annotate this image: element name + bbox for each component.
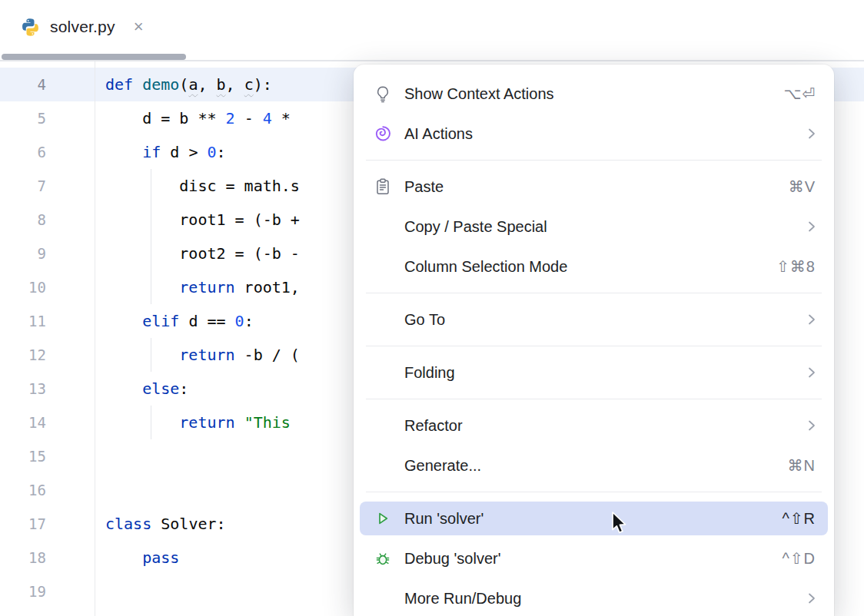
menu-item-run-solver[interactable]: Run 'solver'^⇧R bbox=[360, 502, 828, 535]
code-token: * bbox=[272, 109, 291, 128]
code-token: d = b ** bbox=[105, 109, 226, 128]
menu-item-shortcut: ^⇧R bbox=[782, 509, 816, 528]
menu-item-label: Paste bbox=[404, 178, 444, 196]
line-number: 11 bbox=[0, 304, 46, 338]
code-token: class bbox=[105, 515, 151, 533]
menu-item-label: Run 'solver' bbox=[404, 510, 484, 528]
code-token: return bbox=[179, 346, 234, 364]
menu-separator bbox=[366, 492, 822, 492]
line-number: 16 bbox=[0, 473, 46, 507]
code-token: c bbox=[244, 75, 254, 94]
code-line: if d > 0: bbox=[105, 135, 226, 169]
tab-strip-scrollbar-thumb[interactable] bbox=[2, 54, 186, 60]
menu-item-icon-empty bbox=[374, 310, 392, 329]
line-number: 4 bbox=[0, 68, 46, 101]
line-number: 8 bbox=[0, 203, 46, 237]
code-token: def bbox=[105, 75, 142, 94]
code-line: root1 = (-b + bbox=[105, 203, 300, 237]
gutter-separator bbox=[95, 61, 95, 616]
code-token: disc = math.s bbox=[105, 177, 300, 195]
code-token: : bbox=[244, 312, 254, 330]
chevron-right-icon bbox=[808, 313, 816, 326]
menu-item-shortcut: ⌘V bbox=[789, 177, 816, 196]
menu-item-shortcut: ⇧⌘8 bbox=[776, 257, 816, 276]
ai-actions-icon bbox=[374, 124, 392, 143]
code-token bbox=[105, 413, 179, 432]
code-token: 0 bbox=[235, 312, 244, 330]
code-line: pass bbox=[105, 541, 179, 575]
menu-separator bbox=[366, 160, 822, 161]
menu-item-icon-empty bbox=[374, 456, 392, 475]
code-token: ): bbox=[254, 75, 272, 94]
code-token: 4 bbox=[263, 109, 272, 128]
code-token: else bbox=[142, 379, 179, 398]
chevron-right-icon bbox=[808, 128, 816, 140]
line-number: 10 bbox=[0, 270, 46, 304]
menu-item-label: Show Context Actions bbox=[404, 85, 554, 103]
menu-item-icon-empty bbox=[374, 217, 392, 236]
menu-item-label: Generate... bbox=[404, 457, 481, 475]
menu-item-folding[interactable]: Folding bbox=[360, 356, 828, 389]
code-token: if bbox=[142, 143, 161, 161]
code-token: root1, bbox=[235, 278, 300, 296]
mouse-cursor-icon bbox=[611, 512, 631, 536]
code-token bbox=[105, 143, 142, 161]
code-token bbox=[105, 548, 142, 567]
code-line: d = b ** 2 - 4 * bbox=[105, 101, 291, 135]
menu-item-shortcut: ⌘N bbox=[788, 456, 816, 475]
menu-item-shortcut: ⌥⏎ bbox=[783, 84, 816, 103]
code-line: root2 = (-b - bbox=[105, 237, 300, 270]
menu-item-refactor[interactable]: Refactor bbox=[360, 409, 828, 442]
code-token: "This bbox=[244, 413, 300, 432]
code-token: d == bbox=[179, 312, 234, 330]
menu-item-show-context-actions[interactable]: Show Context Actions⌥⏎ bbox=[360, 77, 828, 111]
menu-item-generate[interactable]: Generate...⌘N bbox=[360, 449, 828, 482]
code-token: root1 = (-b + bbox=[105, 210, 300, 229]
code-token bbox=[235, 413, 244, 432]
line-number: 15 bbox=[0, 439, 46, 473]
code-line: return root1, bbox=[105, 270, 300, 304]
clipboard-icon bbox=[374, 177, 392, 196]
menu-separator bbox=[366, 399, 822, 399]
menu-item-debug-solver[interactable]: Debug 'solver'^⇧D bbox=[360, 541, 828, 575]
menu-item-column-selection-mode[interactable]: Column Selection Mode⇧⌘8 bbox=[360, 250, 828, 283]
editor-context-menu: Show Context Actions⌥⏎AI ActionsPaste⌘VC… bbox=[354, 65, 834, 616]
menu-item-go-to[interactable]: Go To bbox=[360, 303, 828, 336]
line-number: 5 bbox=[0, 101, 46, 135]
menu-item-icon-empty bbox=[374, 416, 392, 435]
code-line: else: bbox=[105, 372, 188, 406]
code-token: root2 = (-b - bbox=[105, 244, 300, 263]
line-number: 19 bbox=[0, 575, 46, 608]
menu-item-ai-actions[interactable]: AI Actions bbox=[360, 117, 828, 151]
menu-item-shortcut: ^⇧D bbox=[782, 549, 816, 568]
menu-item-paste[interactable]: Paste⌘V bbox=[360, 170, 828, 204]
tab-close-icon[interactable]: × bbox=[134, 18, 144, 35]
code-token: b bbox=[217, 75, 226, 94]
line-number: 17 bbox=[0, 507, 46, 541]
menu-item-label: Refactor bbox=[404, 417, 463, 435]
menu-separator bbox=[366, 346, 822, 346]
code-token: return bbox=[179, 278, 234, 296]
code-token: -b / ( bbox=[235, 346, 300, 364]
lightbulb-icon bbox=[374, 84, 392, 103]
code-token: elif bbox=[142, 312, 179, 330]
menu-item-icon-empty bbox=[374, 257, 392, 276]
code-token: , bbox=[198, 75, 216, 94]
line-number: 13 bbox=[0, 372, 46, 406]
chevron-right-icon bbox=[808, 366, 816, 379]
menu-item-label: Copy / Paste Special bbox=[404, 218, 547, 236]
code-token bbox=[105, 346, 179, 364]
code-token: , bbox=[226, 75, 244, 94]
menu-item-label: Folding bbox=[404, 364, 455, 382]
chevron-right-icon bbox=[808, 220, 816, 233]
menu-item-copy-paste-special[interactable]: Copy / Paste Special bbox=[360, 210, 828, 243]
code-token: - bbox=[235, 109, 263, 128]
menu-item-more-run-debug[interactable]: More Run/Debug bbox=[360, 581, 828, 615]
code-token: demo bbox=[142, 75, 179, 94]
code-token: return bbox=[179, 413, 234, 432]
tab-solver-py[interactable]: solver.py × bbox=[0, 0, 144, 54]
line-number: 6 bbox=[0, 135, 46, 169]
menu-item-label: Go To bbox=[404, 311, 445, 329]
code-line: class Solver: bbox=[105, 507, 226, 541]
code-line: return -b / ( bbox=[105, 338, 300, 372]
